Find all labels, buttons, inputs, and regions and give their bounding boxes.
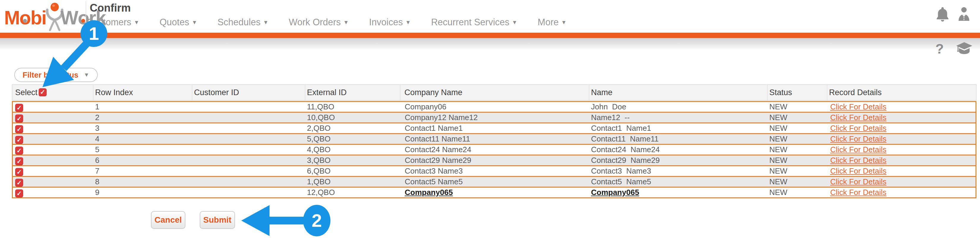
chevron-down-icon: ▾ [135,18,138,26]
table-row: ✓ 6 3,QBO Contact29 Name29 Contact29 Nam… [12,155,977,166]
cell-record-details: Click For Details [827,123,975,133]
confirm-import-page: Mobi Work Confirm Customers ▾ Quotes ▾ S… [0,0,980,239]
row-checkbox[interactable]: ✓ [15,157,23,165]
cell-customer-id [192,177,305,187]
table-row: ✓ 1 11,QBO Company06 John Doe NEW Click … [12,101,977,113]
cell-record-details: Click For Details [827,102,975,112]
record-details-link[interactable]: Click For Details [830,166,886,175]
cell-status: NEW [768,166,827,176]
record-details-link[interactable]: Click For Details [830,113,886,122]
row-checkbox[interactable]: ✓ [15,190,23,198]
chevron-down-icon: ▼ [84,72,89,78]
cell-external-id: 10,QBO [305,113,401,123]
cell-row-index: 7 [94,166,192,176]
cancel-button[interactable]: Cancel [151,211,185,229]
cell-external-id: 12,QBO [305,188,401,198]
cell-name: Contact29 Name29 [590,156,768,165]
cell-company-name: Company12 Name12 [401,113,590,123]
record-details-link[interactable]: Click For Details [830,188,886,197]
cell-company-name: Contact1 Name1 [401,123,590,133]
record-details-link[interactable]: Click For Details [830,102,886,111]
cell-row-index: 3 [94,123,192,133]
page-title: Confirm [90,2,131,14]
cell-status: NEW [768,123,827,133]
bar-shadow [0,38,980,51]
chevron-down-icon: ▾ [193,18,196,26]
cell-row-index: 6 [94,156,192,165]
record-details-link[interactable]: Click For Details [830,145,886,154]
nav-item-schedules[interactable]: Schedules ▾ [218,17,267,28]
select-all-checkbox[interactable]: ✓ [39,88,47,96]
cell-select: ✓ [13,177,94,187]
nav-item-work-orders[interactable]: Work Orders ▾ [289,17,348,28]
cell-status: NEW [768,102,827,112]
cell-select: ✓ [13,166,94,176]
cell-external-id: 3,QBO [305,156,401,165]
chevron-down-icon: ▾ [407,18,410,26]
row-checkbox[interactable]: ✓ [15,168,23,176]
cell-external-id: 6,QBO [305,166,401,176]
row-checkbox[interactable]: ✓ [15,147,23,155]
nav-item-customers[interactable]: Customers ▾ [87,17,138,28]
table-row: ✓ 2 10,QBO Company12 Name12 Name12 -- NE… [12,112,977,123]
cell-customer-id [192,145,305,155]
cell-customer-id [192,113,305,123]
training-graduation-cap-icon[interactable] [956,41,973,56]
table-row: ✓ 9 12,QBO Company065 Company065 NEW Cli… [12,187,977,198]
cell-customer-id [192,156,305,165]
cell-company-name: Contact5 Name5 [401,177,590,187]
record-details-link[interactable]: Click For Details [830,124,886,132]
cell-name: Contact11 Name11 [590,134,768,144]
help-question-icon[interactable]: ? [935,41,944,56]
row-checkbox[interactable]: ✓ [15,178,23,187]
record-details-link[interactable]: Click For Details [830,134,886,143]
cell-record-details: Click For Details [827,156,975,165]
cell-external-id: 2,QBO [305,123,401,133]
cell-external-id: 1,QBO [305,177,401,187]
chevron-down-icon: ▾ [562,18,565,26]
column-header-status: Status [767,85,827,100]
annotation-step-2: 2 [312,210,322,231]
nav-item-invoices[interactable]: Invoices ▾ [369,17,410,28]
nav-item-recurrent-services[interactable]: Recurrent Services ▾ [431,17,517,28]
table-row: ✓ 8 1,QBO Contact5 Name5 Contact5 Name5 … [12,176,977,188]
record-details-link[interactable]: Click For Details [830,156,886,165]
column-header-company-name: Company Name [400,85,589,100]
cell-customer-id [192,166,305,176]
nav-item-quotes[interactable]: Quotes ▾ [159,17,196,28]
notifications-bell-icon[interactable] [935,6,950,22]
cell-customer-id [192,102,305,112]
main-nav: Customers ▾ Quotes ▾ Schedules ▾ Work Or… [87,16,565,29]
row-checkbox[interactable]: ✓ [15,115,23,123]
cell-status: NEW [768,188,827,198]
cell-company-name: Contact24 Name24 [401,145,590,155]
cell-record-details: Click For Details [827,113,975,123]
cell-external-id: 5,QBO [305,134,401,144]
header-divider [86,1,86,32]
annotation-arrow-2: 2 [241,205,331,236]
cell-company-name: Company065 [401,188,590,198]
filter-by-status-label: Filter by Status [22,70,78,80]
cell-customer-id [192,134,305,144]
table-body: ✓ 1 11,QBO Company06 John Doe NEW Click … [12,101,977,198]
row-checkbox[interactable]: ✓ [15,104,23,112]
cell-status: NEW [768,113,827,123]
record-details-link[interactable]: Click For Details [830,177,886,186]
cell-row-index: 1 [94,102,192,112]
chevron-down-icon: ▾ [513,18,516,26]
chevron-down-icon: ▾ [264,18,267,26]
column-header-record-details: Record Details [827,85,976,100]
row-checkbox[interactable]: ✓ [15,125,23,133]
filter-by-status-button[interactable]: Filter by Status ▼ [14,68,98,82]
table-row: ✓ 3 2,QBO Contact1 Name1 Contact1 Name1 … [12,123,977,134]
table-header-row: Select ✓ Row Index Customer ID External … [12,84,977,100]
cell-status: NEW [768,156,827,165]
top-header: Mobi Work Confirm Customers ▾ Quotes ▾ S… [0,0,980,33]
nav-item-more[interactable]: More ▾ [538,17,565,28]
row-checkbox[interactable]: ✓ [15,136,23,144]
user-profile-icon[interactable] [956,6,972,22]
cell-customer-id [192,123,305,133]
submit-button[interactable]: Submit [200,211,235,229]
cell-status: NEW [768,177,827,187]
cell-company-name: Contact29 Name29 [401,156,590,165]
